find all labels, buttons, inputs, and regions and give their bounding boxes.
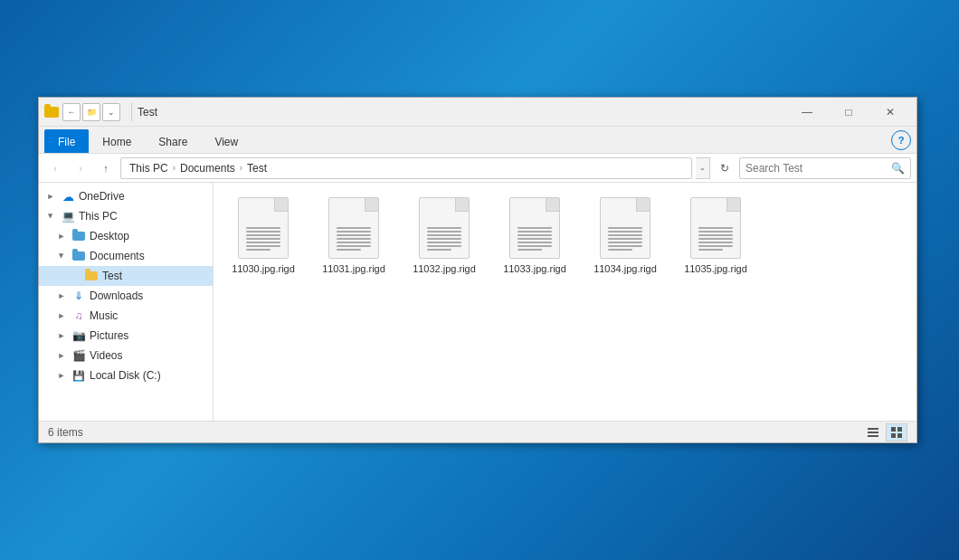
nav-forward-button[interactable]: ›	[70, 157, 91, 179]
file-item[interactable]: 11035.jpg.rigd	[675, 192, 756, 280]
address-bar: ‹ › ↑ This PC › Documents › Test ⌄ ↻ 🔍	[39, 154, 916, 183]
title-bar: ← 📁 ⌄ Test — □ ✕	[39, 98, 916, 127]
expand-arrow-videos: ►	[55, 349, 68, 362]
window-controls: — □ ✕	[786, 98, 911, 127]
view-tiles-button[interactable]	[886, 423, 907, 441]
sidebar-item-local-disk[interactable]: ► 💾 Local Disk (C:)	[39, 365, 213, 385]
view-toggle	[862, 423, 907, 441]
status-bar: 6 items	[39, 421, 916, 442]
window-title: Test	[138, 106, 786, 119]
path-documents[interactable]: Documents	[177, 162, 238, 175]
expand-arrow-onedrive: ►	[44, 190, 57, 203]
close-button[interactable]: ✕	[869, 98, 911, 127]
maximize-button[interactable]: □	[828, 98, 869, 127]
search-box[interactable]: 🔍	[739, 157, 911, 179]
sidebar-item-documents[interactable]: ► Documents	[39, 246, 213, 266]
sidebar: ► ☁ OneDrive ► 💻 This PC ► Deskt	[39, 183, 214, 421]
path-test[interactable]: Test	[244, 162, 270, 175]
quick-access-back-btn[interactable]: ←	[62, 103, 81, 121]
onedrive-icon: ☁	[61, 189, 75, 204]
svg-rect-4	[897, 427, 902, 432]
document-icon	[690, 197, 741, 259]
quick-access-dropdown-btn[interactable]: ⌄	[102, 103, 120, 121]
expand-arrow-music: ►	[55, 309, 68, 322]
sidebar-item-music[interactable]: ► ♫ Music	[39, 306, 213, 326]
explorer-window: ← 📁 ⌄ Test — □ ✕ File Home Share View ? …	[38, 97, 917, 443]
tab-view[interactable]: View	[201, 129, 252, 153]
downloads-icon: ⇓	[71, 289, 86, 303]
file-item[interactable]: 11033.jpg.rigd	[494, 192, 575, 280]
sidebar-item-downloads[interactable]: ► ⇓ Downloads	[39, 286, 213, 306]
this-pc-icon: 💻	[61, 209, 75, 223]
nav-back-button[interactable]: ‹	[44, 157, 66, 179]
tiles-view-icon	[890, 426, 903, 439]
document-icon	[600, 197, 650, 259]
music-icon: ♫	[71, 308, 86, 323]
sidebar-item-videos[interactable]: ► 🎬 Videos	[39, 346, 213, 365]
videos-icon: 🎬	[71, 348, 86, 363]
document-icon	[509, 197, 560, 259]
tab-share[interactable]: Share	[145, 129, 201, 153]
expand-arrow-desktop: ►	[55, 230, 68, 242]
minimize-button[interactable]: —	[786, 98, 828, 127]
address-path-box[interactable]: This PC › Documents › Test	[120, 157, 692, 179]
svg-rect-3	[891, 427, 896, 432]
svg-rect-1	[868, 432, 878, 433]
file-name: 11032.jpg.rigd	[413, 262, 476, 275]
details-view-icon	[867, 426, 879, 439]
path-chevron-1: ›	[173, 163, 176, 173]
expand-arrow-this-pc: ►	[44, 210, 57, 223]
svg-rect-0	[868, 428, 878, 430]
sidebar-label-this-pc: This PC	[79, 210, 118, 223]
local-disk-icon: 💾	[71, 368, 86, 383]
help-button[interactable]: ?	[891, 130, 911, 150]
sidebar-item-desktop[interactable]: ► Desktop	[39, 226, 213, 246]
path-chevron-2: ›	[240, 163, 242, 173]
expand-arrow-local-disk: ►	[55, 369, 68, 382]
file-name: 11033.jpg.rigd	[503, 262, 566, 275]
file-name: 11034.jpg.rigd	[593, 262, 657, 275]
pictures-icon: 📷	[71, 328, 86, 343]
sidebar-label-music: Music	[90, 309, 118, 322]
search-input[interactable]	[745, 162, 891, 175]
svg-rect-2	[868, 435, 878, 437]
sidebar-item-pictures[interactable]: ► 📷 Pictures	[39, 326, 213, 346]
svg-rect-6	[897, 433, 902, 438]
sidebar-label-videos: Videos	[90, 349, 122, 362]
search-icon[interactable]: 🔍	[891, 162, 905, 175]
path-this-pc[interactable]: This PC	[127, 162, 171, 175]
file-name: 11035.jpg.rigd	[684, 262, 747, 275]
title-separator	[131, 103, 132, 121]
file-item[interactable]: 11032.jpg.rigd	[404, 192, 485, 280]
expand-arrow-pictures: ►	[55, 329, 68, 342]
file-name: 11031.jpg.rigd	[322, 262, 385, 275]
sidebar-item-onedrive[interactable]: ► ☁ OneDrive	[39, 186, 213, 206]
document-icon	[328, 197, 379, 259]
document-icon	[419, 197, 470, 259]
desktop-folder-icon	[71, 229, 86, 243]
sidebar-label-downloads: Downloads	[90, 289, 143, 302]
refresh-button[interactable]: ↻	[714, 157, 736, 179]
item-count: 6 items	[48, 426, 83, 439]
view-details-button[interactable]	[862, 423, 884, 441]
documents-folder-icon	[71, 249, 86, 263]
tab-file[interactable]: File	[44, 129, 89, 153]
file-item[interactable]: 11034.jpg.rigd	[584, 192, 666, 280]
address-dropdown-button[interactable]: ⌄	[696, 157, 710, 179]
sidebar-label-test: Test	[102, 270, 122, 282]
sidebar-item-test[interactable]: ► Test	[39, 266, 213, 286]
sidebar-item-this-pc[interactable]: ► 💻 This PC	[39, 206, 213, 226]
file-item[interactable]: 11030.jpg.rigd	[223, 192, 304, 280]
sidebar-label-local-disk: Local Disk (C:)	[90, 369, 161, 382]
nav-up-button[interactable]: ↑	[95, 157, 117, 179]
sidebar-label-desktop: Desktop	[90, 230, 129, 242]
file-grid: 11030.jpg.rigd11031.jpg.rigd11032.jpg.ri…	[214, 183, 916, 421]
sidebar-label-onedrive: OneDrive	[79, 190, 125, 203]
quick-access-folder-btn[interactable]: 📁	[82, 103, 100, 121]
content-area: ► ☁ OneDrive ► 💻 This PC ► Deskt	[39, 183, 916, 421]
sidebar-label-documents: Documents	[90, 250, 145, 262]
file-item[interactable]: 11031.jpg.rigd	[313, 192, 394, 280]
document-icon	[238, 197, 289, 259]
tab-home[interactable]: Home	[89, 129, 145, 153]
sidebar-label-pictures: Pictures	[90, 329, 128, 342]
